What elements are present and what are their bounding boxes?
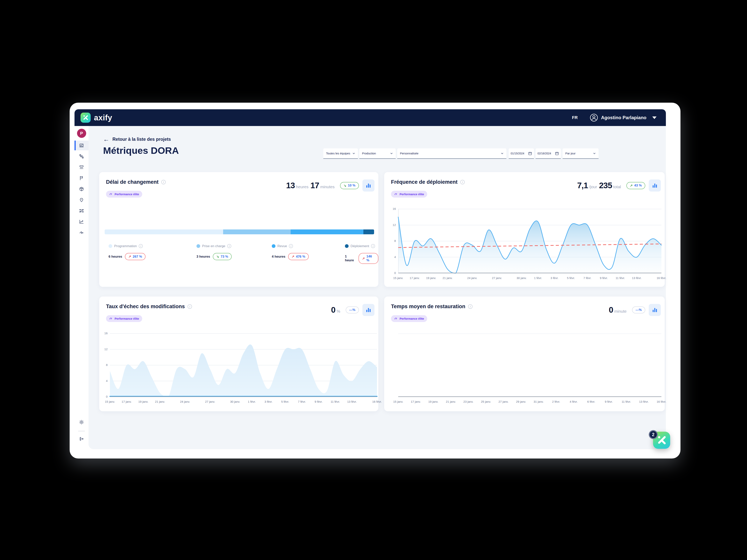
info-icon[interactable]: i (227, 244, 231, 248)
performance-badge: Performance élite (106, 191, 142, 197)
back-to-projects-link[interactable]: ← Retour à la liste des projets (103, 136, 171, 142)
card-stats: 7,1/jour235total ↗43 % (577, 180, 661, 191)
segment-programmation (105, 230, 223, 234)
metric-value: 17 (310, 181, 319, 190)
card-time-to-restore: Temps moyen de restauration i Performanc… (384, 296, 665, 411)
brand-name: axify (94, 113, 112, 122)
chat-widget-button[interactable]: 2 (653, 432, 670, 449)
performance-badge-label: Performance élite (114, 192, 139, 196)
collapse-panel-icon (79, 436, 84, 442)
bar-chart-icon (365, 307, 371, 313)
performance-badge: Performance élite (391, 191, 427, 197)
performance-badge-label: Performance élite (400, 192, 424, 196)
card-deployment-frequency: Fréquence de déploiement i Performance é… (384, 172, 665, 287)
bar-chart-toggle-button[interactable] (362, 304, 375, 316)
card-change-failure-rate: Taux d'échec des modifications i Perform… (99, 296, 378, 411)
user-avatar-icon (590, 113, 598, 122)
info-icon[interactable]: i (139, 244, 143, 248)
sidebar-item-location[interactable] (75, 195, 88, 205)
legend-label: Déploiement (351, 244, 369, 248)
info-icon[interactable]: i (460, 180, 465, 184)
delta-value: 43 % (634, 184, 642, 187)
delta-pill: ↘10 % (340, 182, 359, 189)
chevron-down-icon (390, 152, 393, 155)
flow-icon (79, 154, 84, 159)
card-stats: 0% ---% (331, 304, 375, 316)
sidebar-item-dashboard[interactable] (75, 140, 88, 150)
sidebar-item-package[interactable] (75, 184, 88, 194)
metric-unit: % (337, 309, 340, 314)
delta-pill: ---% (632, 306, 645, 314)
bar-chart-toggle-button[interactable] (649, 180, 661, 191)
calendar-icon (528, 152, 532, 155)
card-title: Taux d'échec des modifications (106, 303, 185, 310)
metric-value: 235 (599, 181, 612, 190)
info-icon[interactable]: i (161, 180, 166, 184)
performance-badge: Performance élite (106, 315, 142, 322)
segment-duration: 1 heure (345, 255, 356, 262)
x-axis-tick-label: 27 janv. (198, 400, 223, 403)
line-chart-icon (79, 219, 84, 224)
sidebar-item-insights[interactable] (75, 217, 88, 226)
card-stats: 13heures17minutes ↘10 % (286, 180, 375, 191)
segment-duration: 4 heures (272, 255, 285, 259)
legend-item: Prise en charge i (197, 244, 231, 248)
delta-value: 476 % (296, 255, 305, 259)
end-date-input[interactable]: 02/16/2024 (536, 149, 561, 159)
x-axis-tick-label: 16 févr. (649, 400, 674, 403)
environment-filter-select[interactable]: Production (359, 149, 396, 159)
trend-arrow-icon: ↗ (630, 184, 633, 188)
info-icon[interactable]: i (289, 244, 293, 248)
metric-value: 0 (331, 305, 335, 314)
teams-filter-select[interactable]: Toutes les équipes (323, 149, 358, 159)
card-lead-time: Délai de changement i Performance élite … (99, 172, 378, 287)
sidebar-item-route[interactable] (75, 206, 88, 216)
flag-icon (79, 176, 84, 181)
chevron-down-icon (501, 152, 504, 155)
y-axis-tick-label: 0 (387, 271, 396, 274)
metric-value: 0 (609, 305, 613, 314)
back-link-label: Retour à la liste des projets (112, 137, 171, 142)
segment-duration: 3 heures (197, 255, 210, 259)
metric-unit: minutes (320, 185, 335, 189)
activity-pulse-icon (79, 230, 84, 235)
sidebar-collapse-button[interactable] (75, 434, 88, 444)
delta-pill: ↗267 % (125, 253, 146, 260)
brand-logo[interactable]: axify (80, 112, 112, 123)
delta-value: ---% (349, 308, 355, 312)
sidebar: P (75, 126, 88, 449)
top-navbar: axify FR Agostino Parlapiano (75, 109, 666, 126)
start-date-input[interactable]: 01/15/2024 (509, 149, 534, 159)
language-switcher[interactable]: FR (572, 115, 577, 120)
granularity-filter-select[interactable]: Par jour (563, 149, 598, 159)
user-menu[interactable]: Agostino Parlapiano (590, 113, 656, 122)
info-icon[interactable]: i (371, 244, 375, 248)
gauge-icon (109, 317, 113, 320)
performance-badge-label: Performance élite (400, 317, 424, 320)
legend-value: 3 heures ↘73 % (197, 253, 232, 260)
sidebar-item-flag[interactable] (75, 173, 88, 183)
sidebar-item-team[interactable] (75, 162, 88, 172)
bar-chart-icon (652, 307, 658, 313)
bar-chart-toggle-button[interactable] (649, 304, 661, 316)
sidebar-item-flow[interactable] (75, 152, 88, 161)
granularity-filter-value: Par jour (565, 152, 576, 155)
bar-chart-toggle-button[interactable] (362, 180, 375, 191)
chevron-down-icon (652, 116, 656, 119)
info-icon[interactable]: i (468, 304, 472, 309)
navbar-right: FR Agostino Parlapiano (572, 113, 656, 122)
info-icon[interactable]: i (187, 304, 192, 309)
gauge-icon (394, 317, 398, 320)
delta-value: 267 % (133, 255, 142, 259)
sidebar-item-activity[interactable] (75, 228, 88, 237)
x-axis-tick-label: 24 janv. (460, 276, 485, 279)
legend-label: Prise en charge (202, 244, 225, 248)
time-to-restore-chart: 15 janv.17 janv.19 janv.21 janv.23 janv.… (398, 334, 662, 397)
gauge-icon (109, 192, 113, 196)
avatar[interactable]: P (77, 129, 86, 138)
period-filter-select[interactable]: Personnalisée (397, 149, 506, 159)
metric-value: 7,1 (577, 181, 588, 190)
sidebar-divider (78, 431, 85, 431)
sidebar-item-settings[interactable] (75, 417, 88, 427)
delta-pill: ↗476 % (288, 253, 309, 260)
